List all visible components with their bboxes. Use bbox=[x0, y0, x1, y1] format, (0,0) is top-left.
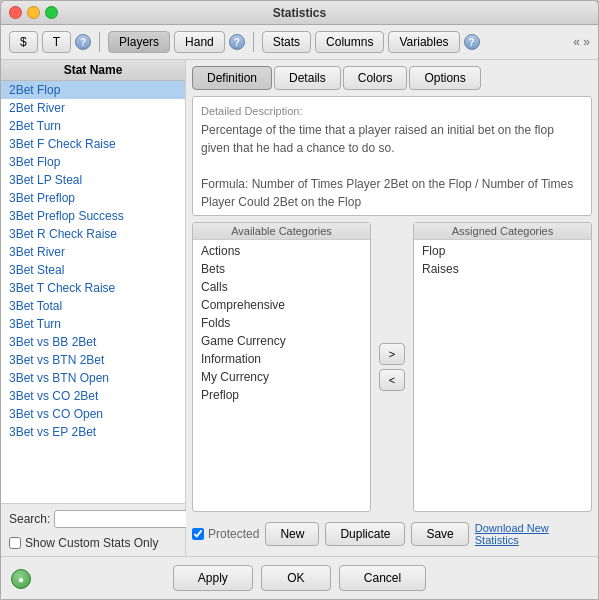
duplicate-button[interactable]: Duplicate bbox=[325, 522, 405, 546]
help-icon-right[interactable]: ? bbox=[464, 34, 480, 50]
custom-stats-row: Show Custom Stats Only bbox=[1, 534, 185, 556]
list-item[interactable]: Raises bbox=[414, 260, 591, 278]
list-item[interactable]: 3Bet vs BTN Open bbox=[1, 369, 185, 387]
dollar-button[interactable]: $ bbox=[9, 31, 38, 53]
actions-row: Protected New Duplicate Save Download Ne… bbox=[192, 518, 592, 550]
bottom-bar: ● Apply OK Cancel bbox=[1, 556, 598, 599]
window-title: Statistics bbox=[273, 6, 326, 20]
assigned-categories-list: Flop Raises bbox=[414, 240, 591, 511]
description-text: Percentage of the time that a player rai… bbox=[201, 121, 583, 211]
list-item[interactable]: Game Currency bbox=[193, 332, 370, 350]
variables-button[interactable]: Variables bbox=[388, 31, 459, 53]
list-item[interactable]: Folds bbox=[193, 314, 370, 332]
tab-details[interactable]: Details bbox=[274, 66, 341, 90]
custom-stats-checkbox[interactable] bbox=[9, 537, 21, 549]
list-item[interactable]: 3Bet T Check Raise bbox=[1, 279, 185, 297]
toolbar: $ T ? Players Hand ? Stats Columns Varia… bbox=[1, 25, 598, 60]
transfer-buttons: > < bbox=[375, 222, 409, 512]
tab-options[interactable]: Options bbox=[409, 66, 480, 90]
list-item[interactable]: 3Bet Total bbox=[1, 297, 185, 315]
list-item[interactable]: 2Bet Flop bbox=[1, 81, 185, 99]
list-item[interactable]: 3Bet vs BB 2Bet bbox=[1, 333, 185, 351]
help-icon-mid[interactable]: ? bbox=[229, 34, 245, 50]
list-item[interactable]: 3Bet River bbox=[1, 243, 185, 261]
tab-definition[interactable]: Definition bbox=[192, 66, 272, 90]
description-label: Detailed Description: bbox=[201, 105, 583, 117]
list-item[interactable]: 3Bet R Check Raise bbox=[1, 225, 185, 243]
cancel-button[interactable]: Cancel bbox=[339, 565, 426, 591]
list-item[interactable]: Flop bbox=[414, 242, 591, 260]
list-item[interactable]: 3Bet vs CO 2Bet bbox=[1, 387, 185, 405]
help-icon-left[interactable]: ? bbox=[75, 34, 91, 50]
list-item[interactable]: Bets bbox=[193, 260, 370, 278]
description-formula: Formula: Number of Times Player 2Bet on … bbox=[201, 177, 573, 209]
categories-row: Available Categories Actions Bets Calls … bbox=[192, 222, 592, 512]
list-item[interactable]: 3Bet Preflop Success bbox=[1, 207, 185, 225]
minimize-button[interactable] bbox=[27, 6, 40, 19]
assigned-categories-header: Assigned Categories bbox=[414, 223, 591, 240]
list-item[interactable]: 3Bet vs EP 2Bet bbox=[1, 423, 185, 441]
search-label: Search: bbox=[9, 512, 50, 526]
stat-list: 2Bet Flop 2Bet River 2Bet Turn 3Bet F Ch… bbox=[1, 81, 185, 503]
list-item[interactable]: Comprehensive bbox=[193, 296, 370, 314]
search-area: Search: bbox=[1, 503, 185, 534]
separator-1 bbox=[99, 32, 100, 52]
left-panel: Stat Name 2Bet Flop 2Bet River 2Bet Turn… bbox=[1, 60, 186, 556]
resize-arrows[interactable]: « » bbox=[573, 35, 590, 49]
transfer-left-button[interactable]: < bbox=[379, 369, 405, 391]
list-item[interactable]: My Currency bbox=[193, 368, 370, 386]
status-icon: ● bbox=[11, 569, 31, 589]
new-button[interactable]: New bbox=[265, 522, 319, 546]
players-button[interactable]: Players bbox=[108, 31, 170, 53]
save-button[interactable]: Save bbox=[411, 522, 468, 546]
list-item[interactable]: 3Bet vs CO Open bbox=[1, 405, 185, 423]
list-item[interactable]: 3Bet LP Steal bbox=[1, 171, 185, 189]
main-content: Stat Name 2Bet Flop 2Bet River 2Bet Turn… bbox=[1, 60, 598, 556]
assigned-categories-panel: Assigned Categories Flop Raises bbox=[413, 222, 592, 512]
custom-stats-checkbox-label[interactable]: Show Custom Stats Only bbox=[9, 536, 158, 550]
protected-checkbox[interactable] bbox=[192, 528, 204, 540]
window-controls[interactable] bbox=[9, 6, 58, 19]
list-item[interactable]: 3Bet Preflop bbox=[1, 189, 185, 207]
list-item[interactable]: 3Bet Flop bbox=[1, 153, 185, 171]
hand-button[interactable]: Hand bbox=[174, 31, 225, 53]
list-item[interactable]: 3Bet F Check Raise bbox=[1, 135, 185, 153]
separator-2 bbox=[253, 32, 254, 52]
list-item[interactable]: 3Bet Steal bbox=[1, 261, 185, 279]
list-item[interactable]: Preflop bbox=[193, 386, 370, 404]
transfer-right-button[interactable]: > bbox=[379, 343, 405, 365]
maximize-button[interactable] bbox=[45, 6, 58, 19]
description-main: Percentage of the time that a player rai… bbox=[201, 123, 554, 155]
available-categories-header: Available Categories bbox=[193, 223, 370, 240]
T-button[interactable]: T bbox=[42, 31, 71, 53]
main-window: Statistics $ T ? Players Hand ? Stats Co… bbox=[0, 0, 599, 600]
list-item[interactable]: 2Bet Turn bbox=[1, 117, 185, 135]
title-bar: Statistics bbox=[1, 1, 598, 25]
list-item[interactable]: Information bbox=[193, 350, 370, 368]
tab-colors[interactable]: Colors bbox=[343, 66, 408, 90]
description-box: Detailed Description: Percentage of the … bbox=[192, 96, 592, 216]
list-item[interactable]: 3Bet Turn bbox=[1, 315, 185, 333]
stat-list-header: Stat Name bbox=[1, 60, 185, 81]
custom-stats-label: Show Custom Stats Only bbox=[25, 536, 158, 550]
stats-button[interactable]: Stats bbox=[262, 31, 311, 53]
protected-checkbox-container: Protected bbox=[192, 527, 259, 541]
download-link[interactable]: Download New Statistics bbox=[475, 522, 592, 546]
list-item[interactable]: 3Bet vs BTN 2Bet bbox=[1, 351, 185, 369]
tabs-row: Definition Details Colors Options bbox=[192, 66, 592, 90]
ok-button[interactable]: OK bbox=[261, 565, 331, 591]
list-item[interactable]: 2Bet River bbox=[1, 99, 185, 117]
columns-button[interactable]: Columns bbox=[315, 31, 384, 53]
close-button[interactable] bbox=[9, 6, 22, 19]
apply-button[interactable]: Apply bbox=[173, 565, 253, 591]
list-item[interactable]: Calls bbox=[193, 278, 370, 296]
available-categories-panel: Available Categories Actions Bets Calls … bbox=[192, 222, 371, 512]
right-panel: Definition Details Colors Options Detail… bbox=[186, 60, 598, 556]
protected-label: Protected bbox=[208, 527, 259, 541]
available-categories-list: Actions Bets Calls Comprehensive Folds G… bbox=[193, 240, 370, 511]
list-item[interactable]: Actions bbox=[193, 242, 370, 260]
